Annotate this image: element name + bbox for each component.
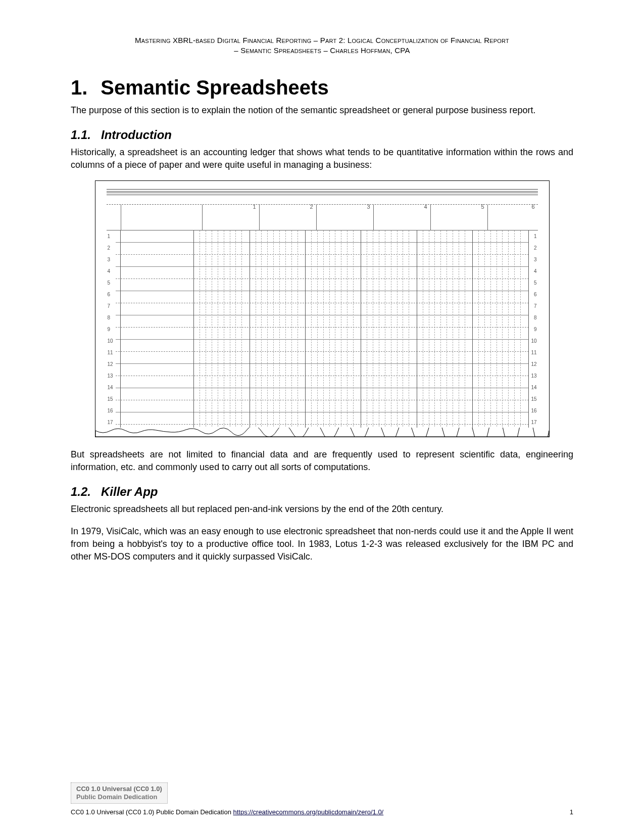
ledger-row-num: 15 [107,393,116,405]
section-intro: The purpose of this section is to explai… [71,104,573,117]
ledger-col-num: 6 [531,204,534,210]
ledger-row-num: 13 [107,370,116,382]
ledger-col-num: 4 [424,204,427,210]
ledger-torn-edge [95,428,549,437]
ledger-row [116,412,529,425]
ledger-row [116,230,529,243]
subsection-2-heading: 1.2.Killer App [71,485,573,499]
ledger-column-header: 1 2 3 4 5 6 [107,204,538,230]
ledger-row-num: 1 [107,230,116,242]
ledger-row-num: 7 [107,300,116,312]
ledger-row [116,267,529,279]
page-footer: CC0 1.0 Universal (CC0 1.0) Public Domai… [71,808,573,816]
license-line-2: Public Domain Dedication [76,793,162,801]
ledger-row-num: 1 [529,230,538,242]
subsection-2-title: Killer App [101,485,158,498]
subsection-2-p2: In 1979, VisiCalc, which was an easy eno… [71,525,573,564]
ledger-col-num: 2 [310,204,313,210]
ledger-row-num: 17 [529,416,538,428]
ledger-row-num: 10 [107,335,116,347]
ledger-row [116,352,529,364]
footer-link[interactable]: https://creativecommons.org/publicdomain… [233,808,384,816]
ledger-row-num: 3 [107,254,116,265]
ledger-row [116,328,529,340]
ledger-row [116,376,529,388]
ledger-row-num: 9 [107,323,116,335]
ledger-row-num: 15 [529,393,538,405]
page: Mastering XBRL-based Digital Financial R… [0,0,644,834]
ledger-row-num: 4 [529,265,538,277]
ledger-row [116,255,529,267]
ledger-row-num: 5 [529,277,538,289]
ledger-row [116,303,529,315]
ledger-row-num: 14 [107,382,116,393]
subsection-1-p2: But spreadsheets are not limited to fina… [71,448,573,474]
ledger-row-num: 7 [529,300,538,312]
ledger-row-num: 8 [107,312,116,323]
ledger-rows [116,230,529,437]
ledger-row [116,340,529,352]
footer-text: CC0 1.0 Universal (CC0 1.0) Public Domai… [71,808,383,816]
ledger-row-numbers-left: 1234567891011121314151617 [107,230,116,437]
ledger-row-num: 4 [107,265,116,277]
ledger-row-num: 16 [107,405,116,416]
running-header: Mastering XBRL-based Digital Financial R… [71,35,573,56]
header-line-1: Mastering XBRL-based Digital Financial R… [135,36,509,44]
ledger-row-num: 12 [107,358,116,370]
section-number: 1. [71,76,87,99]
subsection-2-number: 1.2. [71,485,91,498]
subsection-2-p1: Electronic spreadsheets all but replaced… [71,503,573,516]
subsection-1-title: Introduction [101,128,172,142]
ledger-row [116,279,529,291]
ledger-row-num: 11 [529,347,538,358]
ledger-row [116,388,529,400]
ledger-row [116,243,529,255]
section-heading: 1.Semantic Spreadsheets [71,76,573,99]
subsection-1-heading: 1.1.Introduction [71,128,573,142]
ledger-figure: 1 2 3 4 5 6 1234567891011121314151617 12… [95,180,550,437]
ledger-row-num: 6 [529,289,538,300]
ledger-row-num: 14 [529,382,538,393]
ledger-row-num: 16 [529,405,538,416]
ledger-col-num: 1 [253,204,256,210]
ledger-row-num: 11 [107,347,116,358]
header-line-2: – Semantic Spreadsheets – Charles Hoffma… [234,46,410,55]
ledger-row-num: 9 [529,323,538,335]
ledger-row-num: 10 [529,335,538,347]
license-line-1: CC0 1.0 Universal (CC0 1.0) [76,785,162,793]
ledger-col-num: 3 [367,204,370,210]
ledger-row-num: 13 [529,370,538,382]
ledger-row-num: 17 [107,416,116,428]
ledger-row-num: 3 [529,254,538,265]
ledger-col-num: 5 [481,204,484,210]
ledger-row [116,315,529,328]
ledger-row-num: 5 [107,277,116,289]
ledger-row [116,400,529,412]
ledger-row-num: 2 [107,242,116,254]
ledger-row-num: 6 [107,289,116,300]
subsection-1-p1: Historically, a spreadsheet is an accoun… [71,146,573,171]
ledger-row-num: 12 [529,358,538,370]
page-number: 1 [570,808,573,816]
ledger-row [116,291,529,303]
ledger-row-numbers-right: 1234567891011121314151617 [529,230,538,437]
ledger-row-num: 8 [529,312,538,323]
section-title: Semantic Spreadsheets [101,76,328,99]
subsection-1-number: 1.1. [71,128,91,142]
ledger-row-num: 2 [529,242,538,254]
ledger-row [116,364,529,376]
license-box: CC0 1.0 Universal (CC0 1.0) Public Domai… [71,782,168,804]
